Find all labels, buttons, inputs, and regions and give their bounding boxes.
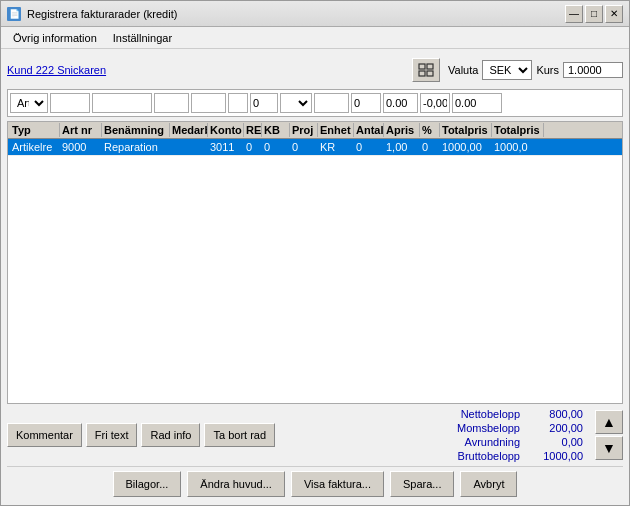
svg-rect-1 (427, 64, 433, 69)
close-button[interactable]: ✕ (605, 5, 623, 23)
cell-re: 0 (244, 140, 262, 154)
cell-proj: 0 (290, 140, 318, 154)
header-konto: Konto (208, 123, 244, 137)
cell-kb: 0 (262, 140, 290, 154)
top-row: Kund 222 Snickaren Valuta SEK EUR USD Ku… (7, 55, 623, 85)
header-re: RE (244, 123, 262, 137)
svg-rect-2 (419, 71, 425, 76)
minimize-button[interactable]: — (565, 5, 583, 23)
footer-row: Bilagor... Ändra huvud... Visa faktura..… (7, 466, 623, 499)
search-icon (418, 63, 434, 77)
header-totalp: Totalpris (440, 123, 492, 137)
bilagor-button[interactable]: Bilagor... (113, 471, 182, 497)
title-bar-buttons: — □ ✕ (565, 5, 623, 23)
cell-enhet: KR (318, 140, 354, 154)
cell-artnr: 9000 (60, 140, 102, 154)
re-input[interactable] (228, 93, 248, 113)
avrundning-label: Avrundning (465, 436, 520, 448)
action-row: Kommentar Fri text Rad info Ta bort rad … (7, 408, 623, 462)
summary-nettobelopp: Nettobelopp 800,00 (457, 408, 583, 420)
cell-konto: 3011 (208, 140, 244, 154)
svg-rect-3 (427, 71, 433, 76)
menu-bar: Övrig information Inställningar (1, 27, 629, 49)
nettobelopp-label: Nettobelopp (461, 408, 520, 420)
fri-text-button[interactable]: Fri text (86, 423, 138, 447)
cell-typ: Artikelre (10, 140, 60, 154)
nettobelopp-value: 800,00 (528, 408, 583, 420)
kb-input[interactable] (250, 93, 278, 113)
medarb-input[interactable] (154, 93, 189, 113)
avbryt-button[interactable]: Avbryt (460, 471, 517, 497)
valuta-section: Valuta SEK EUR USD Kurs 1.0000 (448, 60, 623, 80)
summary-avrundning: Avrundning 0,00 (457, 436, 583, 448)
kommentar-button[interactable]: Kommentar (7, 423, 82, 447)
antal-input[interactable] (351, 93, 381, 113)
window-title: Registrera fakturarader (kredit) (27, 8, 177, 20)
spara-button[interactable]: Spara... (390, 471, 455, 497)
ta-bort-rad-button[interactable]: Ta bort rad (204, 423, 275, 447)
rad-info-button[interactable]: Rad info (141, 423, 200, 447)
table-row[interactable]: Artikelre 9000 Reparation 3011 0 0 0 KR … (8, 139, 622, 156)
cell-ben: Reparation (102, 140, 170, 154)
cell-antal: 0 (354, 140, 384, 154)
scrollbar-space (544, 123, 558, 137)
ben-input[interactable] (92, 93, 152, 113)
window-icon: 📄 (7, 7, 21, 21)
summary-momsbelopp: Momsbelopp 200,00 (457, 422, 583, 434)
arrow-up-button[interactable]: ▲ (595, 410, 623, 434)
title-bar: 📄 Registrera fakturarader (kredit) — □ ✕ (1, 1, 629, 27)
konto-input[interactable] (191, 93, 226, 113)
menu-installningar[interactable]: Inställningar (105, 30, 180, 46)
input-row: Arti Text (7, 89, 623, 117)
cell-totalp2: 1000,0 (492, 140, 544, 154)
arrow-down-button[interactable]: ▼ (595, 436, 623, 460)
valuta-select[interactable]: SEK EUR USD (482, 60, 532, 80)
apris-input[interactable] (383, 93, 418, 113)
table-body[interactable]: Artikelre 9000 Reparation 3011 0 0 0 KR … (8, 139, 622, 403)
maximize-button[interactable]: □ (585, 5, 603, 23)
visa-faktura-button[interactable]: Visa faktura... (291, 471, 384, 497)
header-ben: Benämning (102, 123, 170, 137)
typ-select[interactable]: Arti Text (10, 93, 48, 113)
header-antal: Antal (354, 123, 384, 137)
cell-medarb (170, 140, 208, 154)
proc-input[interactable] (420, 93, 450, 113)
header-apris: Apris (384, 123, 420, 137)
invoice-table: Typ Art nr Benämning Medarb Konto RE KB … (7, 121, 623, 404)
proj-select[interactable] (280, 93, 312, 113)
enhet-input[interactable] (314, 93, 349, 113)
title-bar-left: 📄 Registrera fakturarader (kredit) (7, 7, 177, 21)
avrundning-value: 0,00 (528, 436, 583, 448)
cell-apris: 1,00 (384, 140, 420, 154)
header-typ: Typ (10, 123, 60, 137)
totalpris-input[interactable] (452, 93, 502, 113)
header-medarb: Medarb (170, 123, 208, 137)
search-button[interactable] (412, 58, 440, 82)
andra-huvud-button[interactable]: Ändra huvud... (187, 471, 285, 497)
svg-rect-0 (419, 64, 425, 69)
momsbelopp-label: Momsbelopp (457, 422, 520, 434)
header-artnr: Art nr (60, 123, 102, 137)
content-area: Kund 222 Snickaren Valuta SEK EUR USD Ku… (1, 49, 629, 505)
header-kb: KB (262, 123, 290, 137)
header-proc: % (420, 123, 440, 137)
summary-bruttobelopp: Bruttobelopp 1000,00 (457, 450, 583, 462)
cell-totalp: 1000,00 (440, 140, 492, 154)
customer-link[interactable]: Kund 222 Snickaren (7, 64, 106, 76)
bruttobelopp-value: 1000,00 (528, 450, 583, 462)
cell-proc: 0 (420, 140, 440, 154)
kurs-value: 1.0000 (563, 62, 623, 78)
menu-ovrig-information[interactable]: Övrig information (5, 30, 105, 46)
valuta-label: Valuta (448, 64, 478, 76)
main-window: 📄 Registrera fakturarader (kredit) — □ ✕… (0, 0, 630, 506)
kurs-label: Kurs (536, 64, 559, 76)
header-enhet: Enhet (318, 123, 354, 137)
bruttobelopp-label: Bruttobelopp (458, 450, 520, 462)
bottom-area: Kommentar Fri text Rad info Ta bort rad … (7, 408, 623, 499)
momsbelopp-value: 200,00 (528, 422, 583, 434)
artnr-input[interactable] (50, 93, 90, 113)
header-proj: Proj (290, 123, 318, 137)
header-totalp2: Totalpris (492, 123, 544, 137)
table-header: Typ Art nr Benämning Medarb Konto RE KB … (8, 122, 622, 139)
